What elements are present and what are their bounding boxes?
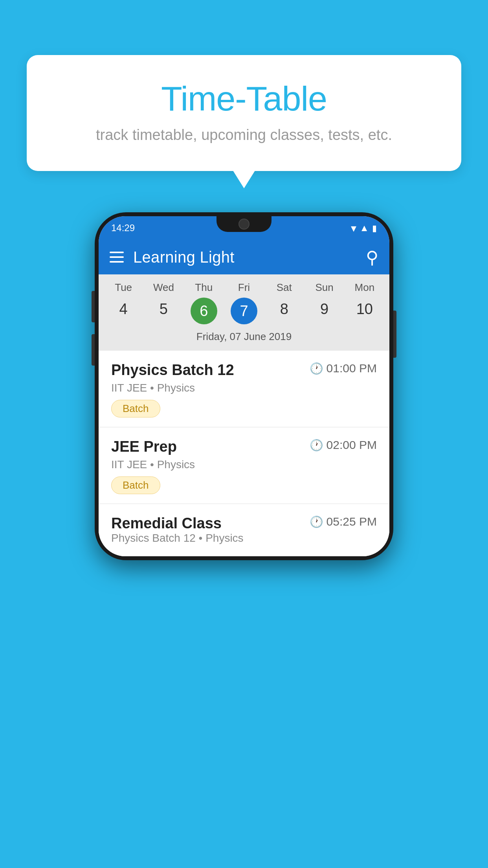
event-sub-3: Physics Batch 12 • Physics xyxy=(111,532,377,544)
event-top-1: Physics Batch 12 🕐 01:00 PM xyxy=(111,362,377,379)
day-header-fri: Fri xyxy=(224,281,264,294)
event-time-3: 🕐 05:25 PM xyxy=(310,515,377,528)
phone-volume-down-button xyxy=(92,334,95,366)
day-4[interactable]: 4 xyxy=(103,298,143,324)
batch-badge-1: Batch xyxy=(111,400,160,417)
tooltip-title: Time-Table xyxy=(58,79,430,119)
status-icons xyxy=(351,222,377,235)
calendar-strip: Tue Wed Thu Fri Sat Sun Mon 4 5 6 7 8 9 … xyxy=(99,274,389,351)
event-name-2: JEE Prep xyxy=(111,438,177,455)
app-title: Learning Light xyxy=(133,248,366,266)
day-8[interactable]: 8 xyxy=(264,298,304,324)
clock-icon-2: 🕐 xyxy=(310,439,323,452)
phone-screen: 14:29 Learning Light ⚲ Tue Wed xyxy=(99,216,389,556)
event-time-2: 🕐 02:00 PM xyxy=(310,438,377,452)
event-name-1: Physics Batch 12 xyxy=(111,362,234,379)
phone-body: 14:29 Learning Light ⚲ Tue Wed xyxy=(95,212,393,560)
event-card-physics-batch[interactable]: Physics Batch 12 🕐 01:00 PM IIT JEE • Ph… xyxy=(99,351,389,427)
status-time: 14:29 xyxy=(111,223,135,234)
phone-power-button xyxy=(393,311,396,358)
battery-icon xyxy=(372,223,377,234)
clock-icon-1: 🕐 xyxy=(310,362,323,375)
event-sub-1: IIT JEE • Physics xyxy=(111,382,377,394)
phone-mockup: 14:29 Learning Light ⚲ Tue Wed xyxy=(95,212,393,560)
day-header-sat: Sat xyxy=(264,281,304,294)
event-card-jee-prep[interactable]: JEE Prep 🕐 02:00 PM IIT JEE • Physics Ba… xyxy=(99,427,389,504)
clock-icon-3: 🕐 xyxy=(310,515,323,528)
day-9[interactable]: 9 xyxy=(304,298,344,324)
day-header-mon: Mon xyxy=(345,281,385,294)
event-time-1: 🕐 01:00 PM xyxy=(310,362,377,375)
events-list: Physics Batch 12 🕐 01:00 PM IIT JEE • Ph… xyxy=(99,351,389,556)
signal-icon xyxy=(360,223,369,234)
day-6-today[interactable]: 6 xyxy=(191,298,217,324)
phone-volume-up-button xyxy=(92,291,95,322)
event-time-value-1: 01:00 PM xyxy=(327,362,377,375)
batch-badge-2: Batch xyxy=(111,476,160,494)
wifi-icon xyxy=(351,222,356,235)
selected-date-label: Friday, 07 June 2019 xyxy=(99,327,389,346)
day-header-tue: Tue xyxy=(103,281,143,294)
day-numbers: 4 5 6 7 8 9 10 xyxy=(99,294,389,327)
event-time-value-3: 05:25 PM xyxy=(327,515,377,528)
day-header-sun: Sun xyxy=(304,281,344,294)
event-sub-2: IIT JEE • Physics xyxy=(111,458,377,471)
day-5[interactable]: 5 xyxy=(143,298,183,324)
day-headers: Tue Wed Thu Fri Sat Sun Mon xyxy=(99,274,389,294)
event-top-2: JEE Prep 🕐 02:00 PM xyxy=(111,438,377,455)
tooltip-card: Time-Table track timetable, upcoming cla… xyxy=(27,55,461,171)
day-10[interactable]: 10 xyxy=(345,298,385,324)
event-card-remedial[interactable]: Remedial Class 🕐 05:25 PM Physics Batch … xyxy=(99,504,389,556)
event-name-3: Remedial Class xyxy=(111,515,222,532)
search-button[interactable]: ⚲ xyxy=(366,247,378,267)
day-header-thu: Thu xyxy=(184,281,224,294)
day-header-wed: Wed xyxy=(143,281,183,294)
phone-camera xyxy=(238,219,250,230)
app-bar: Learning Light ⚲ xyxy=(99,240,389,274)
tooltip-subtitle: track timetable, upcoming classes, tests… xyxy=(58,127,430,143)
event-top-3: Remedial Class 🕐 05:25 PM xyxy=(111,515,377,532)
day-7-selected[interactable]: 7 xyxy=(231,298,257,324)
event-time-value-2: 02:00 PM xyxy=(327,438,377,452)
hamburger-menu-button[interactable] xyxy=(110,252,124,263)
phone-notch xyxy=(216,216,272,232)
